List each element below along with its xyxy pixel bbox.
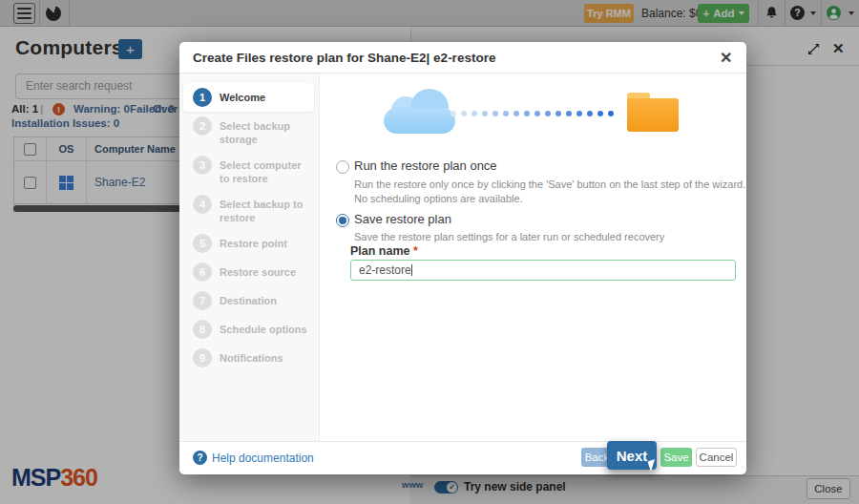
help-icon: ? [193, 451, 207, 465]
transfer-dot [576, 111, 582, 116]
save-button[interactable]: Save [660, 448, 692, 467]
plan-name-input[interactable]: e2-restore [350, 260, 736, 281]
transfer-dot [471, 111, 477, 116]
dialog-title: Create Files restore plan for Shane-E2| … [193, 51, 495, 65]
save-plan-radio[interactable] [336, 214, 349, 227]
required-asterisk: * [413, 244, 418, 258]
cloud-icon [384, 89, 455, 134]
wizard-step-welcome[interactable]: 1Welcome [183, 83, 314, 112]
screen: Try RMM Balance: $0 +Add ? ✕ Computers +… [0, 0, 859, 504]
dialog-close-icon[interactable]: ✕ [720, 49, 732, 67]
wizard-step-destination[interactable]: 7Destination [183, 286, 314, 315]
wizard-step-select-backup-storage[interactable]: 2Select backup storage [183, 112, 314, 151]
transfer-dot [555, 111, 561, 116]
transfer-dot [461, 111, 467, 116]
transfer-dot [524, 111, 530, 116]
transfer-dot [503, 111, 509, 116]
plan-name-label: Plan name * [350, 244, 418, 258]
text-cursor [411, 264, 412, 276]
transfer-dots [450, 111, 620, 116]
folder-icon [627, 93, 679, 132]
wizard-step-schedule-options[interactable]: 8Schedule options [183, 315, 314, 344]
cancel-button[interactable]: Cancel [696, 448, 737, 467]
wizard-step-restore-point[interactable]: 5Restore point [183, 229, 314, 258]
transfer-dot [608, 111, 614, 116]
run-once-description-line2: No scheduling options are available. [354, 193, 523, 204]
run-once-description-line1: Run the restore only once by clicking th… [354, 178, 745, 190]
transfer-dot [587, 111, 593, 116]
wizard-step-select-backup-to-restore[interactable]: 4Select backup to restore [183, 190, 314, 229]
transfer-dot [513, 111, 519, 116]
restore-plan-wizard-dialog: Create Files restore plan for Shane-E2| … [179, 42, 746, 474]
transfer-dot [566, 111, 572, 116]
transfer-dot [482, 111, 488, 116]
transfer-dot [492, 111, 498, 116]
run-once-radio[interactable] [336, 160, 349, 174]
wizard-step-select-computer-to-restore[interactable]: 3Select computer to restore [183, 151, 314, 190]
transfer-dot [450, 111, 456, 116]
save-plan-description: Save the restore plan settings for a lat… [354, 231, 664, 242]
transfer-dot [534, 111, 540, 116]
help-documentation-link[interactable]: Help documentation [212, 452, 314, 465]
transfer-dot [597, 111, 603, 116]
wizard-steps-sidebar: 1Welcome 2Select backup storage 3Select … [179, 74, 320, 441]
save-plan-label[interactable]: Save restore plan [354, 212, 451, 226]
run-once-label[interactable]: Run the restore plan once [354, 158, 497, 173]
transfer-dot [545, 111, 551, 116]
wizard-step-notifications[interactable]: 9Notifications [183, 344, 314, 372]
wizard-step-restore-source[interactable]: 6Restore source [183, 258, 314, 286]
